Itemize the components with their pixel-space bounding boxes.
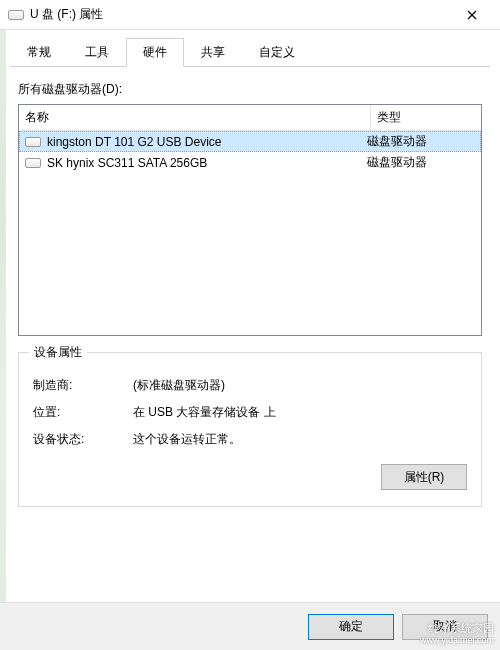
cancel-button[interactable]: 取消 <box>402 614 488 640</box>
close-button[interactable] <box>452 1 492 29</box>
location-label: 位置: <box>33 404 133 421</box>
status-label: 设备状态: <box>33 431 133 448</box>
status-value: 这个设备运转正常。 <box>133 431 467 448</box>
tab-general[interactable]: 常规 <box>10 38 68 67</box>
ok-button[interactable]: 确定 <box>308 614 394 640</box>
list-header: 名称 类型 <box>19 105 481 131</box>
location-value: 在 USB 大容量存储设备 上 <box>133 404 467 421</box>
hardware-panel: 所有磁盘驱动器(D): 名称 类型 kingston DT 101 G2 USB… <box>0 67 500 517</box>
tabstrip: 常规 工具 硬件 共享 自定义 <box>0 30 500 67</box>
group-button-row: 属性(R) <box>33 464 467 490</box>
column-name[interactable]: 名称 <box>19 105 371 130</box>
device-properties-group: 设备属性 制造商: (标准磁盘驱动器) 位置: 在 USB 大容量存储设备 上 … <box>18 352 482 507</box>
all-drives-label: 所有磁盘驱动器(D): <box>18 81 482 98</box>
manufacturer-label: 制造商: <box>33 377 133 394</box>
manufacturer-value: (标准磁盘驱动器) <box>133 377 467 394</box>
disk-icon <box>25 137 41 147</box>
titlebar: U 盘 (F:) 属性 <box>0 0 500 30</box>
close-icon <box>467 10 477 20</box>
window-title: U 盘 (F:) 属性 <box>30 6 452 23</box>
drives-listbox[interactable]: 名称 类型 kingston DT 101 G2 USB Device 磁盘驱动… <box>18 104 482 336</box>
field-location: 位置: 在 USB 大容量存储设备 上 <box>33 404 467 421</box>
drive-type: 磁盘驱动器 <box>367 133 477 150</box>
field-manufacturer: 制造商: (标准磁盘驱动器) <box>33 377 467 394</box>
tab-tools[interactable]: 工具 <box>68 38 126 67</box>
drive-icon <box>8 10 24 20</box>
field-status: 设备状态: 这个设备运转正常。 <box>33 431 467 448</box>
drive-type: 磁盘驱动器 <box>367 154 477 171</box>
tab-customize[interactable]: 自定义 <box>242 38 312 67</box>
drive-row[interactable]: kingston DT 101 G2 USB Device 磁盘驱动器 <box>19 131 481 152</box>
column-type[interactable]: 类型 <box>371 105 481 130</box>
dialog-button-bar: 确定 取消 <box>0 602 500 650</box>
properties-button[interactable]: 属性(R) <box>381 464 467 490</box>
drive-name: kingston DT 101 G2 USB Device <box>47 135 367 149</box>
drive-row[interactable]: SK hynix SC311 SATA 256GB 磁盘驱动器 <box>19 152 481 173</box>
window-edge-decoration <box>0 30 6 650</box>
tab-hardware[interactable]: 硬件 <box>126 38 184 67</box>
tab-sharing[interactable]: 共享 <box>184 38 242 67</box>
drive-name: SK hynix SC311 SATA 256GB <box>47 156 367 170</box>
disk-icon <box>25 158 41 168</box>
group-title: 设备属性 <box>29 344 87 361</box>
